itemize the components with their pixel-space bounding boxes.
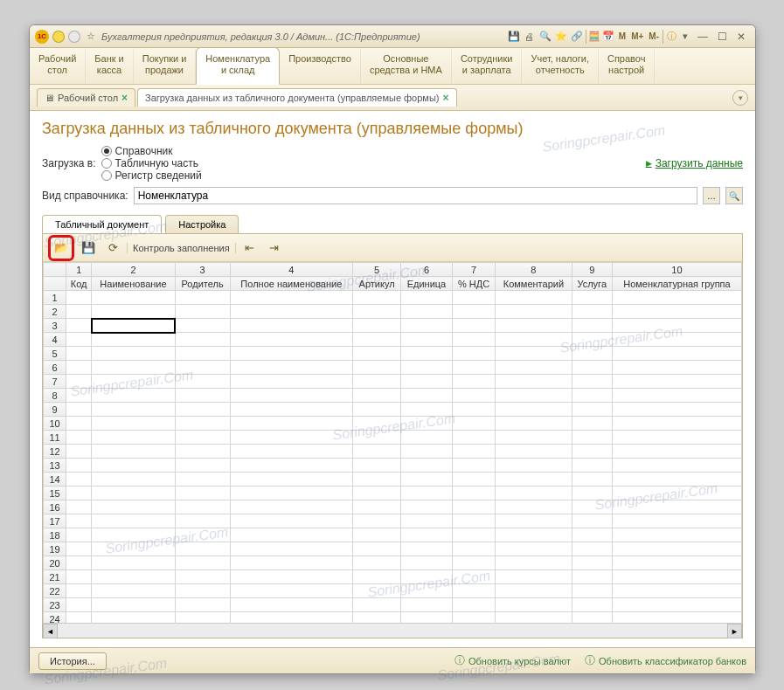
- grid-cell[interactable]: [401, 319, 453, 333]
- grid-cell[interactable]: [496, 347, 572, 361]
- grid-cell[interactable]: [92, 542, 175, 556]
- grid-cell[interactable]: [230, 542, 353, 556]
- grid-cell[interactable]: [401, 417, 453, 431]
- update-classifier-link[interactable]: Обновить классификатор банков: [585, 653, 746, 668]
- grid-cell[interactable]: [353, 486, 401, 500]
- grid-cell[interactable]: [230, 612, 353, 624]
- grid-cell[interactable]: [572, 291, 612, 305]
- grid-cell[interactable]: [612, 556, 741, 570]
- grid-cell[interactable]: [175, 514, 230, 528]
- col-header[interactable]: % НДС: [452, 277, 495, 291]
- grid-cell[interactable]: [92, 361, 175, 375]
- grid-cell[interactable]: [612, 375, 741, 389]
- fav-icon[interactable]: ⭐: [554, 30, 568, 44]
- grid-cell[interactable]: [230, 347, 353, 361]
- subtab-0[interactable]: Табличный документ: [42, 215, 162, 233]
- grid-cell[interactable]: [353, 389, 401, 403]
- grid-cell[interactable]: [401, 542, 453, 556]
- grid-cell[interactable]: [175, 500, 230, 514]
- row-number[interactable]: 3: [44, 319, 66, 333]
- grid-cell[interactable]: [230, 556, 353, 570]
- grid-cell[interactable]: [452, 431, 495, 445]
- row-number[interactable]: 21: [44, 570, 66, 584]
- select-dir-button[interactable]: …: [703, 187, 720, 204]
- grid-cell[interactable]: [230, 459, 353, 473]
- col-header[interactable]: Артикул: [353, 277, 401, 291]
- grid-cell[interactable]: [401, 528, 453, 542]
- minimize-button[interactable]: —: [694, 30, 711, 44]
- grid-cell[interactable]: [452, 542, 495, 556]
- col-header[interactable]: Единица: [401, 277, 453, 291]
- row-number[interactable]: 14: [44, 473, 66, 486]
- grid-cell[interactable]: [452, 473, 495, 486]
- grid-cell[interactable]: [230, 333, 353, 347]
- grid-cell[interactable]: [353, 403, 401, 417]
- row-number[interactable]: 6: [44, 361, 66, 375]
- grid-cell[interactable]: [92, 389, 175, 403]
- grid-cell[interactable]: [230, 500, 353, 514]
- grid-cell[interactable]: [175, 291, 230, 305]
- grid-cell[interactable]: [230, 473, 353, 486]
- grid-cell[interactable]: [401, 375, 453, 389]
- grid-cell[interactable]: [175, 542, 230, 556]
- grid-cell[interactable]: [175, 612, 230, 624]
- grid-cell[interactable]: [401, 445, 453, 459]
- grid-cell[interactable]: [401, 598, 453, 612]
- grid-cell[interactable]: [353, 431, 401, 445]
- grid-cell[interactable]: [175, 445, 230, 459]
- col-header[interactable]: Наименование: [92, 277, 175, 291]
- grid-cell[interactable]: [452, 445, 495, 459]
- grid-cell[interactable]: [572, 584, 612, 598]
- col-header[interactable]: Код: [66, 277, 92, 291]
- dir-type-input[interactable]: [134, 187, 697, 204]
- grid-cell[interactable]: [353, 598, 401, 612]
- grid-cell[interactable]: [612, 598, 741, 612]
- grid-cell[interactable]: [230, 486, 353, 500]
- grid-cell[interactable]: [66, 445, 92, 459]
- grid-cell[interactable]: [401, 584, 453, 598]
- grid-cell[interactable]: [175, 570, 230, 584]
- mplus-button[interactable]: M+: [629, 30, 645, 44]
- grid-cell[interactable]: [175, 319, 230, 333]
- grid-cell[interactable]: [612, 403, 741, 417]
- grid-cell[interactable]: [452, 305, 495, 319]
- radio-1[interactable]: Табличную часть: [101, 157, 202, 169]
- grid-cell[interactable]: [452, 570, 495, 584]
- col-number[interactable]: 8: [496, 263, 572, 277]
- grid-cell[interactable]: [66, 459, 92, 473]
- info-icon[interactable]: ⓘ: [663, 30, 676, 44]
- grid-cell[interactable]: [92, 375, 175, 389]
- grid-cell[interactable]: [66, 598, 92, 612]
- radio-2[interactable]: Регистр сведений: [101, 169, 202, 182]
- grid-cell[interactable]: [612, 305, 741, 319]
- grid-cell[interactable]: [92, 333, 175, 347]
- grid-cell[interactable]: [92, 347, 175, 361]
- col-header[interactable]: Номенклатурная группа: [612, 277, 741, 291]
- mainmenu-item-6[interactable]: Сотрудникии зарплата: [452, 48, 523, 84]
- grid-cell[interactable]: [92, 431, 175, 445]
- grid-cell[interactable]: [572, 473, 612, 486]
- nav-back-icon[interactable]: [52, 31, 65, 43]
- row-number[interactable]: 4: [44, 333, 66, 347]
- grid-cell[interactable]: [612, 486, 741, 500]
- grid-cell[interactable]: [66, 403, 92, 417]
- grid-cell[interactable]: [612, 584, 741, 598]
- grid-cell[interactable]: [496, 486, 572, 500]
- grid-cell[interactable]: [92, 556, 175, 570]
- grid-cell[interactable]: [452, 514, 495, 528]
- link-icon[interactable]: 🔗: [570, 30, 584, 44]
- grid-cell[interactable]: [353, 473, 401, 486]
- row-number[interactable]: 13: [44, 459, 66, 473]
- col-number[interactable]: 4: [230, 263, 353, 277]
- grid-cell[interactable]: [572, 319, 612, 333]
- grid-cell[interactable]: [452, 361, 495, 375]
- grid-cell[interactable]: [353, 612, 401, 624]
- grid-cell[interactable]: [66, 417, 92, 431]
- tab-1[interactable]: Загрузка данных из табличного документа …: [137, 88, 456, 107]
- grid-cell[interactable]: [175, 403, 230, 417]
- col-number[interactable]: 5: [353, 263, 401, 277]
- row-number[interactable]: 11: [44, 431, 66, 445]
- grid-cell[interactable]: [612, 514, 741, 528]
- mainmenu-item-0[interactable]: Рабочийстол: [30, 48, 86, 84]
- grid-cell[interactable]: [572, 305, 612, 319]
